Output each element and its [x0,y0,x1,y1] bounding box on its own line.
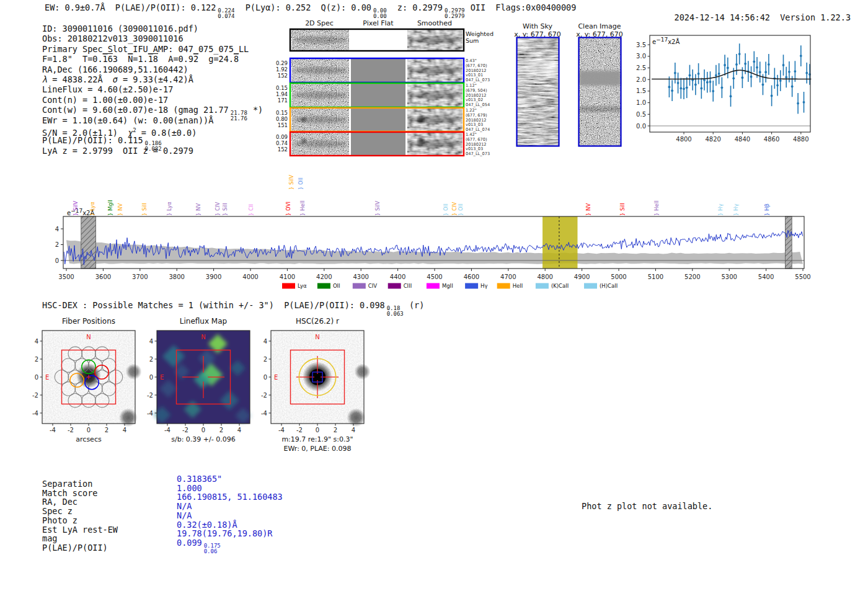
overlined-text: 8 [234,54,239,64]
y-tick-label: 1.0 [636,99,646,106]
weighted-sum-box-streak-2 [409,37,461,44]
x-tick-label: 5500 [795,273,810,280]
legend-swatch-(H)CaII [584,283,597,289]
elixer-report-page: EW: 0.9±0.7Å P(LAE)/P(OII): 0.1220.2240.… [0,0,868,591]
data-point [698,73,700,75]
data-point [730,95,732,97]
left-label: 152 [265,73,288,79]
data-point [771,94,773,97]
data-point [706,81,709,84]
phot-z-note: Phot z plot not available. [582,501,712,511]
x-tick-label: -4 [164,427,170,433]
text: OII Flags:0x00400009 [466,2,577,12]
x-tick-label: 5000 [611,273,626,280]
overlined-text: 2 [193,54,198,64]
photo-dark-blob [347,408,365,427]
y-tick-label: -2 [261,392,267,399]
y-tick-label: 0 [149,374,153,381]
y-tick-label: 0.0 [636,123,646,130]
sky-panel-0-noise [517,38,559,146]
text: HSC-DEX : Possible Matches = 1 (within +… [42,300,385,310]
weighted-sum-box-seg-1 [351,30,405,50]
y-tick-label: 4 [55,226,59,233]
right-label: 047_LL_054 [466,103,490,108]
cutout-row-0 [282,58,468,83]
data-point [800,55,802,57]
data-point [794,70,796,73]
x-tick-label: 2 [219,427,223,433]
stacked-fraction: 0.29790.2979 [445,8,465,19]
clean-smooth-band [579,71,621,86]
x-tick-label: 3700 [132,273,148,280]
y-tick-label: 0.5 [636,111,646,118]
text: z: 0.2979 [388,2,443,12]
cutout-row-0-seg-1 [351,59,405,82]
data-point [750,76,753,78]
match-row-value-6: 19.78(19.76,19.80)R [177,528,272,538]
info-line-0: ID: 3090011016 (3090011016.pdf) [42,24,263,33]
compass-east-label: E [160,374,164,381]
compass-north-label: N [201,334,205,340]
y-tick-label: -4 [261,410,267,417]
match-row-value-7: 0.0990.1750.06 [177,538,221,554]
data-point [744,63,746,65]
compass-north-label: N [315,334,319,340]
data-point [762,84,764,86]
emission-line-label-SiII-8: } SiII [222,203,229,216]
photo-dark-blob [355,363,371,380]
x-tick-label: 4800 [537,273,552,280]
compass-east-label: E [274,374,278,381]
emission-line-label-OII-17: } OII [458,203,464,216]
match-row-label-5: Est LyA rest-EW [42,525,118,535]
report-timestamp: 2024-12-14 14:56:42 [675,12,770,22]
y-tick-label: -4 [147,410,153,417]
x-tick-label: 4820 [705,136,720,143]
text: 0.32(±0.18)Å [177,520,237,530]
y-tick-label: 2.0 [636,76,646,83]
legend-label-MgII: MgII [442,283,453,289]
x-tick-label: 3900 [206,273,221,280]
x-tick-label: 4600 [464,273,479,280]
legend-label-CIV: CIV [368,283,377,289]
x-tick-label: 3500 [58,273,74,280]
match-row-value-4: N/A [177,510,192,520]
data-point [677,82,680,84]
cutout-row-0-right-labels: 0.43"(677, 670)20180212v013_01047_LL_073 [466,59,490,83]
y-tick-label: 2 [55,241,59,248]
info-line-2: Primary Spec_Slot_IFU_AMP: 047_075_075_L… [42,44,263,54]
data-point [668,86,671,88]
emission-line-label-SiII-19: } SiII [619,203,626,216]
info-line-7: Cont(n) = 1.00(±0.00)e-17 [42,95,263,105]
data-point [715,74,717,77]
sky-panel-title-line: Clean Image [569,22,631,30]
text: 0.318365" [177,474,222,484]
data-point [700,87,702,90]
x-tick-label: 3600 [95,273,111,280]
text: RA,Dec (166.190689,51.160442) [42,64,188,74]
legend-swatch-HeII [497,283,510,289]
x-tick-label: 4300 [353,273,368,280]
text: N/A [177,501,192,511]
text: = 9.33(±4.42)Å [118,74,193,84]
x-tick-label: 4700 [500,273,516,280]
match-row-value-5: 0.32(±0.18)Å [177,520,237,530]
y-tick-label: 0 [264,374,267,381]
hsc-panel-0-xlabel: arcsecs [42,435,135,443]
data-point [753,61,755,63]
data-point [742,76,744,79]
cutout-row-1-seg-1 [351,84,405,107]
data-point [674,72,676,74]
match-row-value-0: 0.318365" [177,474,222,484]
cutout-row-1-streak-0 [293,92,347,99]
x-tick-label: 4500 [427,273,442,280]
emission-line-label-Hγ-22: } Hγ [733,203,740,216]
left-label: 0.74 [265,140,288,146]
left-label: 0.29 [265,60,288,66]
info-line-5: λ = 4838.22Å σ = 9.33(±4.42)Å [42,74,263,84]
text: 1.000 [177,483,202,493]
text: F=1.8" T=0. [42,54,103,64]
header-summary-line: EW: 0.9±0.7Å P(LAE)/P(OII): 0.1220.2240.… [45,2,576,19]
text: ID: 3090011016 (3090011016.pdf) [42,24,198,33]
text: 0.099 [177,538,202,548]
italic-text: λ [42,74,47,84]
